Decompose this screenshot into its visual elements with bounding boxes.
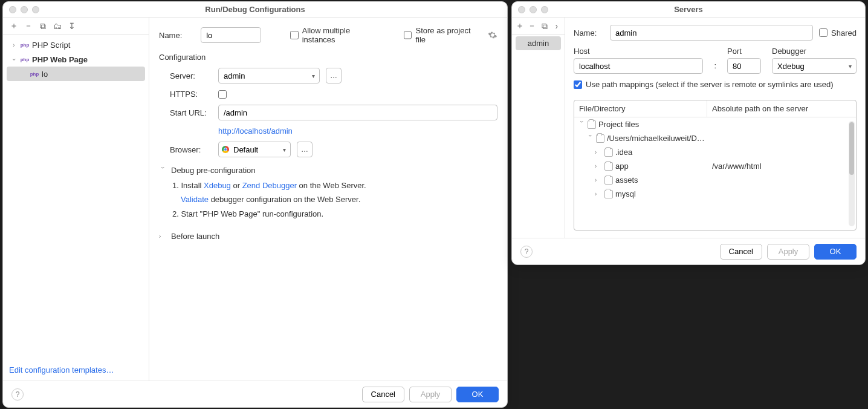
remove-icon[interactable]: －: [24, 21, 33, 31]
server-name-input[interactable]: [610, 25, 813, 41]
shared-label: Shared: [831, 28, 857, 38]
close-window-icon[interactable]: [9, 6, 16, 13]
step1-prefix: 1. Install: [172, 181, 204, 190]
map-row-user-path[interactable]: ›/Users/michaelkeiluweit/D…: [574, 131, 856, 145]
server-select[interactable]: admin: [218, 68, 320, 83]
ok-button[interactable]: OK: [814, 244, 857, 260]
shared-checkbox[interactable]: Shared: [819, 28, 857, 38]
mapping-header: File/Directory Absolute path on the serv…: [574, 100, 856, 117]
folder-icon: [604, 176, 613, 185]
chevron-right-icon[interactable]: ›: [595, 177, 602, 183]
chevron-right-icon[interactable]: ›: [552, 21, 561, 31]
https-label: HTTPS:: [170, 90, 212, 99]
gear-icon[interactable]: [488, 30, 497, 40]
help-icon[interactable]: ?: [11, 388, 24, 401]
folder-icon: [604, 148, 613, 157]
allow-multiple-checkbox[interactable]: Allow multiple instances: [290, 26, 384, 44]
path-mappings-checkbox[interactable]: Use path mappings (select if the server …: [574, 80, 857, 89]
before-launch-expander[interactable]: › Before launch: [159, 232, 497, 241]
map-row-project-files[interactable]: ›Project files: [574, 117, 856, 131]
tree-node-php-web-page[interactable]: › php PHP Web Page: [3, 52, 149, 67]
resolved-url-link[interactable]: http://localhost/admin: [218, 126, 293, 136]
path-mappings-input[interactable]: [574, 80, 582, 89]
debug-preconfig-text: 1. Install Xdebug or Zend Debugger on th…: [159, 178, 497, 221]
server-browse-button[interactable]: …: [326, 68, 342, 83]
titlebar: Run/Debug Configurations: [3, 2, 507, 18]
step2-text: 2. Start "PHP Web Page" run-configuratio…: [172, 207, 497, 221]
sort-icon[interactable]: ↧: [67, 21, 77, 31]
minimize-window-icon[interactable]: [530, 6, 537, 13]
bottom-bar: ? Cancel Apply OK: [3, 381, 507, 407]
debugger-select[interactable]: Xdebug: [772, 58, 857, 74]
name-label: Name:: [159, 31, 195, 40]
ok-button[interactable]: OK: [456, 387, 499, 402]
copy-icon[interactable]: ⧉: [38, 21, 48, 31]
mapping-body[interactable]: ›Project files ›/Users/michaelkeiluweit/…: [574, 117, 856, 230]
chevron-right-icon[interactable]: ›: [595, 191, 602, 197]
map-row-idea[interactable]: ›.idea: [574, 145, 856, 159]
store-as-project-input[interactable]: [404, 31, 412, 39]
browser-select[interactable]: Default: [218, 142, 291, 157]
close-window-icon[interactable]: [518, 6, 525, 13]
map-label: Project files: [598, 120, 639, 129]
host-label: Host: [574, 47, 703, 56]
chevron-right-icon[interactable]: ›: [595, 149, 602, 155]
https-checkbox[interactable]: [218, 90, 227, 99]
add-icon[interactable]: ＋: [9, 21, 19, 31]
chevron-right-icon[interactable]: ›: [595, 163, 602, 169]
map-remote-path[interactable]: /var/www/html: [707, 159, 856, 173]
configuration-form: Name: Allow multiple instances Store as …: [149, 18, 507, 381]
tree-node-lo[interactable]: php lo: [7, 67, 145, 81]
chrome-icon: [222, 146, 229, 153]
store-as-project-checkbox[interactable]: Store as project file: [404, 26, 482, 44]
edit-templates-link[interactable]: Edit configuration templates…: [9, 365, 114, 375]
chevron-down-icon[interactable]: ›: [578, 121, 585, 128]
folder-icon: [596, 134, 604, 143]
validate-link[interactable]: Validate: [181, 195, 209, 204]
map-row-mysql[interactable]: ›mysql: [574, 187, 856, 201]
path-mappings-label: Use path mappings (select if the server …: [586, 80, 834, 89]
start-url-input[interactable]: [218, 105, 497, 120]
xdebug-link[interactable]: Xdebug: [204, 181, 231, 190]
debug-preconfig-title: Debug pre-configuration: [171, 166, 255, 175]
folder-icon[interactable]: 🗂: [53, 21, 62, 31]
chevron-down-icon[interactable]: ›: [11, 56, 18, 63]
debug-preconfig-expander[interactable]: › Debug pre-configuration: [159, 166, 497, 175]
map-row-app[interactable]: ›app /var/www/html: [574, 159, 856, 173]
tree-node-php-script[interactable]: › php PHP Script: [3, 38, 149, 52]
server-list-pane: ＋ － ⧉ › admin: [512, 18, 565, 238]
servers-window: Servers ＋ － ⧉ › admin Name: Shared: [511, 1, 866, 265]
scrollbar-thumb[interactable]: [849, 122, 854, 175]
copy-icon[interactable]: ⧉: [540, 21, 549, 31]
browser-label: Browser:: [170, 145, 212, 154]
chevron-down-icon[interactable]: ›: [587, 135, 594, 142]
configurations-tree[interactable]: › php PHP Script › php PHP Web Page php …: [3, 35, 149, 359]
zend-link[interactable]: Zend Debugger: [242, 181, 297, 190]
cancel-button[interactable]: Cancel: [720, 244, 762, 260]
apply-button[interactable]: Apply: [409, 387, 452, 402]
minimize-window-icon[interactable]: [21, 6, 28, 13]
shared-input[interactable]: [819, 28, 828, 37]
host-input[interactable]: [574, 58, 703, 74]
scrollbar[interactable]: [849, 121, 855, 226]
zoom-window-icon[interactable]: [32, 6, 39, 13]
port-input[interactable]: [727, 58, 761, 74]
map-row-assets[interactable]: ›assets: [574, 173, 856, 187]
server-item-admin[interactable]: admin: [516, 36, 561, 50]
browser-browse-button[interactable]: …: [297, 142, 313, 157]
apply-button[interactable]: Apply: [767, 244, 809, 260]
cancel-button[interactable]: Cancel: [362, 387, 404, 402]
help-icon[interactable]: ?: [520, 246, 533, 258]
add-icon[interactable]: ＋: [516, 21, 524, 31]
zoom-window-icon[interactable]: [541, 6, 548, 13]
chevron-down-icon: ›: [160, 167, 166, 174]
chevron-right-icon[interactable]: ›: [10, 42, 18, 48]
remove-icon[interactable]: －: [528, 21, 536, 31]
traffic-lights: [512, 6, 548, 13]
name-input[interactable]: [201, 27, 261, 43]
debugger-label: Debugger: [772, 47, 857, 56]
folder-icon: [604, 190, 613, 198]
folder-icon: [604, 162, 613, 171]
allow-multiple-input[interactable]: [290, 31, 299, 39]
validate-suffix: debugger configuration on the Web Server…: [209, 195, 360, 204]
